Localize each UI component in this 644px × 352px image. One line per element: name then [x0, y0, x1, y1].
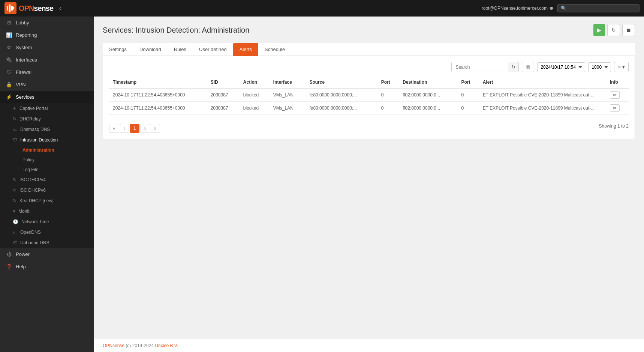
submenu-intrusion-detection[interactable]: 🛡 Intrusion Detection — [0, 135, 94, 145]
services-icon: ⚡ — [6, 94, 12, 100]
start-button[interactable]: ▶ — [593, 24, 605, 36]
firewall-icon: 🛡 — [6, 69, 12, 75]
showing-text: Showing 1 to 2 — [599, 123, 629, 129]
tab-rules[interactable]: Rules — [168, 43, 193, 56]
lobby-icon: ⊞ — [6, 20, 12, 26]
submenu-label: OpenDNS — [20, 230, 41, 235]
header-actions: ▶ ↻ ◼ — [593, 24, 635, 36]
power-icon: ⏻ — [6, 251, 12, 257]
svg-rect-1 — [9, 5, 10, 12]
page-prev-button[interactable]: ‹ — [120, 124, 129, 133]
tab-schedule[interactable]: Schedule — [258, 43, 291, 56]
logo-text: OPNsense — [19, 4, 53, 13]
submenu-monit[interactable]: ♥ Monit — [0, 206, 94, 217]
page-last-button[interactable]: » — [150, 124, 160, 133]
cell-timestamp: 2024-10-17T11:22:54.403655+0000 — [109, 102, 207, 115]
cell-dest-port: 0 — [457, 88, 479, 102]
submenu-label: Intrusion Detection — [20, 137, 58, 143]
submenu-dnsmasq[interactable]: 🏷 Dnsmasq DNS — [0, 124, 94, 135]
tab-settings[interactable]: Settings — [103, 43, 133, 56]
intrusion-submenu: Administration Policy Log File — [0, 145, 94, 174]
search-box[interactable]: ↻ — [451, 62, 519, 72]
col-port: Port — [377, 77, 399, 88]
col-action: Action — [240, 77, 270, 88]
sidebar-item-vpn[interactable]: 🔒 VPN — [0, 78, 94, 91]
intrusion-icon: 🛡 — [13, 137, 17, 143]
sidebar-item-label: Interfaces — [16, 57, 37, 63]
cell-info: ✏ — [606, 102, 629, 115]
submenu-unbound-dns[interactable]: 🏷 Unbound DNS — [0, 238, 94, 248]
submenu-label: Monit — [18, 209, 29, 214]
submenu-opendns[interactable]: 🏷 OpenDNS — [0, 227, 94, 238]
cell-destination: ff02:0000:0000:0... — [399, 88, 457, 102]
footer-company-link[interactable]: Deciso B.V. — [155, 343, 178, 348]
submenu-dhcrelay[interactable]: ↻ DHCRelay — [0, 114, 94, 124]
tab-download[interactable]: Download — [133, 43, 168, 56]
sidebar-item-label: Services — [16, 94, 34, 100]
delete-button[interactable]: 🗑 — [522, 62, 534, 72]
pagination: « ‹ 1 › » — [109, 124, 160, 133]
tab-alerts[interactable]: Alerts — [233, 43, 258, 56]
col-source: Source — [306, 77, 377, 88]
submenu-network-time[interactable]: 🕐 Network Time — [0, 217, 94, 227]
isc-dhcpv6-icon: ↻ — [13, 188, 16, 193]
page-first-button[interactable]: « — [109, 124, 119, 133]
sidebar-item-power[interactable]: ⏻ Power — [0, 248, 94, 260]
content-inner: Services: Intrusion Detection: Administr… — [94, 17, 644, 339]
submenu-administration[interactable]: Administration — [0, 145, 94, 155]
cell-timestamp: 2024-10-17T11:22:54.403655+0000 — [109, 88, 207, 102]
page-1-button[interactable]: 1 — [130, 124, 140, 133]
monit-icon: ♥ — [13, 209, 15, 214]
submenu-kea-dhcp[interactable]: ↻ Kea DHCP [new] — [0, 196, 94, 206]
reload-button[interactable]: ↻ — [607, 24, 620, 36]
submenu-isc-dhcpv6[interactable]: ↻ ISC DHCPv6 — [0, 185, 94, 196]
sidebar-item-label: VPN — [16, 82, 26, 87]
tabs: Settings Download Rules User defined Ale… — [103, 43, 635, 56]
table-search-button[interactable]: ↻ — [508, 62, 518, 72]
sidebar-item-system[interactable]: ⚙ System — [0, 41, 94, 54]
alerts-table: Timestamp SID Action Interface Source Po… — [109, 77, 629, 115]
sidebar-item-interfaces[interactable]: 🔌 Interfaces — [0, 54, 94, 66]
main-layout: ⊞ Lobby 📊 Reporting ⚙ System 🔌 Interface… — [0, 17, 644, 352]
svg-rect-3 — [13, 7, 14, 9]
footer: OPNsense (c) 2014-2024 Deciso B.V. — [94, 339, 644, 352]
submenu-policy[interactable]: Policy — [0, 155, 94, 165]
cell-source: fe80:0000:0000:0000:... — [306, 102, 377, 115]
submenu-label: Kea DHCP [new] — [19, 198, 54, 203]
alerts-card: ↻ 🗑 2024/10/17 10:54 1000 ≡ ▾ — [103, 56, 635, 139]
interfaces-icon: 🔌 — [6, 57, 12, 63]
date-select[interactable]: 2024/10/17 10:54 — [537, 62, 585, 72]
table-header-row: Timestamp SID Action Interface Source Po… — [109, 77, 629, 88]
services-submenu: ✈ Captive Portal ↻ DHCRelay 🏷 Dnsmasq DN… — [0, 103, 94, 248]
tab-user-defined[interactable]: User defined — [193, 43, 233, 56]
sidebar-item-services[interactable]: ⚡ Services — [0, 91, 94, 103]
sidebar-item-help[interactable]: ❓ Help — [0, 260, 94, 273]
collapse-sidebar-button[interactable]: ‹ — [59, 5, 61, 12]
edit-row-button[interactable]: ✏ — [610, 91, 620, 99]
network-time-icon: 🕐 — [13, 219, 18, 224]
submenu-isc-dhcpv4[interactable]: ↻ ISC DHCPv4 — [0, 174, 94, 185]
submenu-captive-portal[interactable]: ✈ Captive Portal — [0, 103, 94, 114]
page-next-button[interactable]: › — [140, 124, 149, 133]
search-input[interactable] — [569, 6, 636, 11]
sidebar-item-lobby[interactable]: ⊞ Lobby — [0, 17, 94, 29]
svg-rect-2 — [11, 6, 13, 11]
submenu-label: Dnsmasq DNS — [20, 127, 50, 132]
count-select[interactable]: 1000 — [588, 62, 611, 72]
topbar-search[interactable]: 🔍 — [557, 4, 640, 12]
footer-brand-link[interactable]: OPNsense — [103, 343, 124, 348]
edit-row-button[interactable]: ✏ — [610, 104, 620, 112]
table-search-input[interactable] — [452, 63, 508, 72]
cell-port: 0 — [377, 88, 399, 102]
cell-alert: ET EXPLOIT Possible CVE-2020-11899 Multi… — [479, 88, 606, 102]
system-icon: ⚙ — [6, 45, 12, 50]
stop-button[interactable]: ◼ — [622, 24, 635, 36]
cell-sid: 2030387 — [207, 88, 240, 102]
cell-interface: VMs_LAN — [270, 88, 306, 102]
submenu-log-file[interactable]: Log File — [0, 165, 94, 174]
table-row: 2024-10-17T11:22:54.403655+0000 2030387 … — [109, 102, 629, 115]
submenu-label: DHCRelay — [19, 116, 41, 122]
sidebar-item-reporting[interactable]: 📊 Reporting — [0, 29, 94, 41]
columns-button[interactable]: ≡ ▾ — [614, 62, 629, 72]
sidebar-item-firewall[interactable]: 🛡 Firewall — [0, 66, 94, 78]
